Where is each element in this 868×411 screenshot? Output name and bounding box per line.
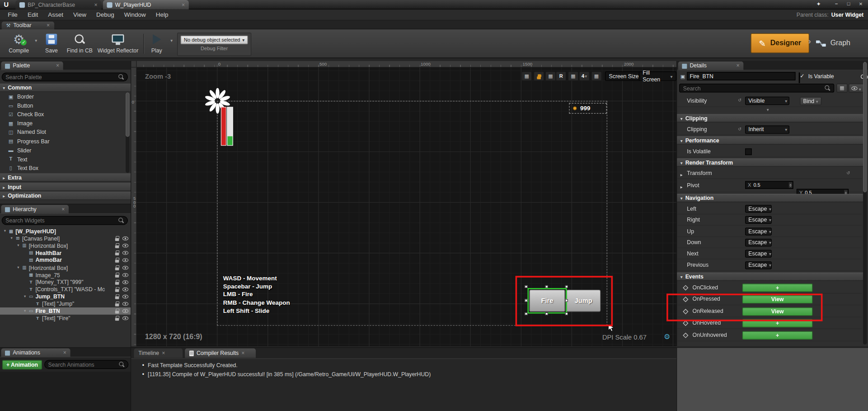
visibility-eye-icon[interactable] [122,236,128,241]
menu-file[interactable]: File [3,9,23,20]
menu-window[interactable]: Window [119,9,151,20]
palette-category-optimization[interactable]: Optimization [0,192,131,200]
close-tab-icon[interactable] [737,63,740,69]
property-matrix-button[interactable] [836,84,848,93]
palette-item-named-slot[interactable]: Named Slot [0,128,124,137]
hierarchy-search[interactable] [2,216,128,225]
visibility-eye-icon[interactable] [122,273,128,277]
menu-debug[interactable]: Debug [91,9,119,20]
close-tab-icon[interactable] [61,207,65,212]
lock-icon[interactable] [115,318,119,321]
lock-icon[interactable] [115,303,119,306]
debug-object-dropdown[interactable]: No debug object selected [180,35,248,44]
close-tab-icon[interactable] [241,350,244,356]
hierarchy-row-controls-txt[interactable]: [Controls_TXT] "WASD - Moveme.." [0,286,131,293]
hierarchy-tab[interactable]: Hierarchy [1,205,68,214]
animations-search[interactable] [44,360,128,369]
lock-icon[interactable] [115,253,119,255]
menu-edit[interactable]: Edit [23,9,43,20]
toolbar-tab[interactable]: Toolbar [2,22,54,29]
lock-icon[interactable] [115,296,119,299]
visibility-eye-icon[interactable] [122,258,128,262]
expander-icon[interactable] [15,243,21,248]
section-navigation[interactable]: Navigation [677,194,863,202]
spinner[interactable] [789,182,792,188]
hierarchy-row-image-75[interactable]: Image_75 [0,271,131,279]
lock-icon[interactable] [115,246,119,248]
compiler-results-tab[interactable]: Compiler Results [185,349,256,358]
grid-snap-toggle-button[interactable] [568,71,578,81]
lock-icon[interactable] [115,289,119,292]
palette-category-extra[interactable]: Extra [0,173,131,181]
safe-zones-button[interactable] [591,71,601,81]
asset-tab-w-playerhud[interactable]: W_PlayerHUD [103,0,189,9]
outline-mode-button[interactable] [545,71,556,81]
details-scrollbar-thumb[interactable] [863,62,867,192]
close-tab-icon[interactable] [94,2,97,7]
palette-scrollbar-thumb[interactable] [126,93,130,137]
details-scrollbar[interactable] [863,62,867,345]
asset-tab-bp-characterbase[interactable]: BP_CharacterBase [15,0,101,9]
lock-icon[interactable] [115,260,119,263]
expander-icon[interactable] [15,265,21,270]
close-window-button[interactable] [855,0,867,8]
expand-arrow-icon[interactable] [680,180,683,191]
parent-class-value[interactable]: User Widget [831,12,863,19]
section-clipping[interactable]: Clipping [677,114,863,122]
close-tab-icon[interactable] [56,63,59,69]
hierarchy-row-canvas-panel[interactable]: [Canvas Panel] [0,235,131,242]
visibility-eye-icon[interactable] [122,316,128,320]
money-text-widget[interactable]: 999 [569,103,606,113]
timeline-tab[interactable]: Timeline [134,349,183,358]
palette-tab[interactable]: Palette [1,61,63,71]
palette-item-slider[interactable]: Slider [0,146,124,155]
palette-item-checkbox[interactable]: Check Box [0,110,124,119]
palette-search-input[interactable] [5,74,118,80]
fill-screen-dropdown[interactable]: Fill Screen [639,71,676,81]
palette-category-common[interactable]: Common [0,84,131,92]
visibility-eye-icon[interactable] [122,287,128,291]
clipping-dropdown[interactable]: Inherit [745,125,789,133]
palette-scrollbar[interactable] [126,93,130,173]
snap-grid-button[interactable] [521,71,532,81]
expander-icon[interactable] [9,236,14,241]
compile-button[interactable]: Compile [5,33,33,54]
reset-to-default-icon[interactable] [846,170,850,176]
section-events[interactable]: Events [677,273,863,281]
animations-tab[interactable]: Animations [1,349,70,358]
section-render-transform[interactable]: Render Transform [677,158,863,166]
is-variable-checkbox[interactable] [799,72,800,83]
visibility-eye-icon[interactable] [122,280,128,284]
details-search-input[interactable] [683,85,825,91]
minimize-button[interactable] [830,0,843,8]
nav-up-dropdown[interactable]: Escape [745,227,772,235]
reset-to-default-icon[interactable] [738,98,741,104]
palette-item-border[interactable]: Border [0,93,124,102]
hierarchy-row-healthbar[interactable]: HealthBar [0,249,131,256]
menu-asset[interactable]: Asset [43,9,68,20]
nav-previous-dropdown[interactable]: Escape [745,261,772,269]
details-tab[interactable]: Details [678,61,744,71]
visibility-eye-icon[interactable] [122,243,128,247]
menu-help[interactable]: Help [151,9,174,20]
palette-search[interactable] [2,72,128,81]
grid-snap-size-button[interactable]: 4 [579,71,589,81]
view-options-button[interactable] [849,84,864,93]
respect-locks-button[interactable]: R [556,71,566,81]
lock-icon[interactable] [115,268,119,270]
hierarchy-search-input[interactable] [5,217,118,223]
onunhovered-add-button[interactable]: + [742,331,813,340]
designer-mode-button[interactable]: Designer [751,33,809,53]
lock-icon[interactable] [115,238,119,241]
palette-item-progress-bar[interactable]: Progress Bar [0,137,124,146]
add-animation-button[interactable]: + Animation [2,360,42,369]
visibility-eye-icon[interactable] [122,250,128,255]
widget-reflector-button[interactable]: Widget Reflector [95,33,141,54]
details-search[interactable] [679,84,834,93]
expander-icon[interactable] [22,309,28,313]
palette-item-image[interactable]: Image [0,119,124,128]
advanced-expander[interactable] [767,108,769,113]
visibility-eye-icon[interactable] [122,265,128,269]
palette-category-input[interactable]: Input [0,183,131,191]
hierarchy-row-jump-btn[interactable]: Jump_BTN [0,293,131,300]
